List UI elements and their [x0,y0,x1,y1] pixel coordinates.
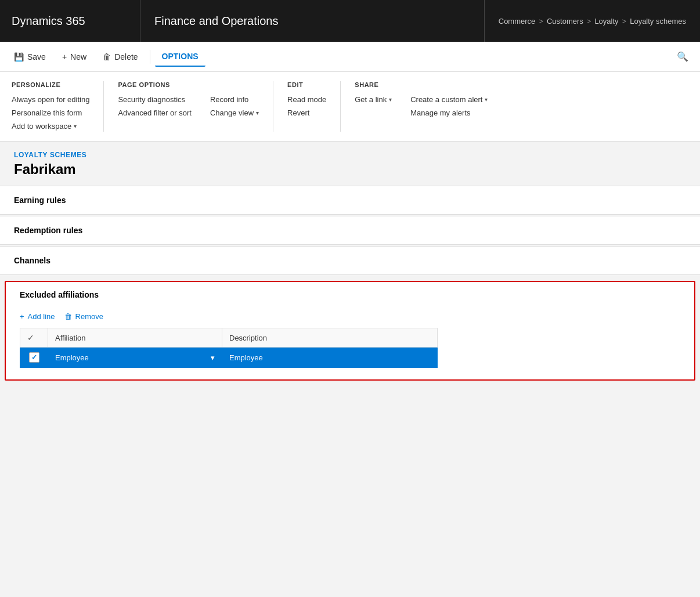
share-group: SHARE Get a link ▾ Create a custom alert… [355,81,501,132]
table-head: ✓ Affiliation Description [20,328,438,348]
earning-rules-header[interactable]: Earning rules [0,186,700,214]
table-row[interactable]: ✓ Employee ▾ Employee [20,348,438,368]
page-options-group: PAGE OPTIONS Security diagnostics Advanc… [118,81,273,132]
save-label: Save [27,52,46,61]
create-alert-chevron-icon: ▾ [485,96,488,103]
excluded-affiliations-body: + Add line 🗑 Remove ✓ [6,307,694,379]
get-link-chevron-icon: ▾ [389,96,392,103]
table-body: ✓ Employee ▾ Employee [20,348,438,368]
add-to-workspace[interactable]: Add to workspace ▾ [12,121,89,132]
new-button[interactable]: + New [55,48,93,66]
record-info[interactable]: Record info [210,94,259,105]
description-cell: Employee [222,348,438,368]
change-view[interactable]: Change view ▾ [210,107,259,118]
channels-header[interactable]: Channels [0,247,700,274]
add-workspace-chevron-icon: ▾ [74,123,77,129]
security-diagnostics[interactable]: Security diagnostics [118,94,191,105]
redemption-rules-header[interactable]: Redemption rules [0,216,700,244]
excluded-affiliations-section: Excluded affiliations + Add line 🗑 Remov… [5,281,695,381]
redemption-rules-section: Redemption rules [0,216,700,245]
dynamics-logo[interactable]: Dynamics 365 [0,0,140,42]
share-col2: Create a custom alert ▾ Manage my alerts [410,94,488,118]
affiliations-table: ✓ Affiliation Description [20,328,438,368]
finance-label: Finance and Operations [154,15,278,28]
affiliation-column-header: Affiliation [48,328,222,348]
breadcrumb: Commerce > Customers > Loyalty > Loyalty… [485,0,700,42]
delete-icon: 🗑 [103,52,111,61]
page-options-title: PAGE OPTIONS [118,81,259,88]
search-icon: 🔍 [677,51,688,62]
create-custom-alert[interactable]: Create a custom alert ▾ [410,94,488,105]
excluded-toolbar: + Add line 🗑 Remove [20,307,680,328]
remove-button[interactable]: 🗑 Remove [64,312,103,321]
remove-icon: 🗑 [64,312,72,321]
check-all-icon[interactable]: ✓ [27,333,34,342]
breadcrumb-loyalty-schemes[interactable]: Loyalty schemes [630,17,686,26]
excluded-wrapper: Excluded affiliations + Add line 🗑 Remov… [0,276,700,386]
personalize-items: Always open for editing Personalize this… [12,94,89,132]
top-header: Dynamics 365 Finance and Operations Comm… [0,0,700,42]
revert[interactable]: Revert [287,107,326,118]
channels-section: Channels [0,246,700,275]
breadcrumb-customers[interactable]: Customers [547,17,583,26]
share-col1: Get a link ▾ [355,94,392,118]
breadcrumb-loyalty[interactable]: Loyalty [594,17,618,26]
personalize-title: PERSONALIZE [12,81,89,88]
affiliation-dropdown-icon: ▾ [211,353,215,362]
excluded-affiliations-header: Excluded affiliations [6,282,694,307]
breadcrumb-sep-1: > [539,17,543,26]
save-icon: 💾 [14,52,24,61]
check-column-header: ✓ [20,328,48,348]
breadcrumb-sep-3: > [622,17,627,26]
edit-title: EDIT [287,81,326,88]
page-title: Fabrikam [14,161,686,178]
remove-label: Remove [75,312,103,321]
share-title: SHARE [355,81,488,88]
row-checkbox-cell[interactable]: ✓ [20,348,48,368]
new-label: New [70,52,86,61]
options-button[interactable]: OPTIONS [155,47,205,67]
edit-group: EDIT Read mode Revert [287,81,341,132]
page-content: LOYALTY SCHEMES Fabrikam Earning rules R… [0,142,700,386]
get-a-link[interactable]: Get a link ▾ [355,94,392,105]
options-label: OPTIONS [162,52,199,61]
toolbar-separator [150,50,150,64]
breadcrumb-commerce[interactable]: Commerce [499,17,536,26]
table-header-row: ✓ Affiliation Description [20,328,438,348]
save-button[interactable]: 💾 Save [7,48,53,66]
change-view-chevron-icon: ▾ [256,110,259,116]
add-line-button[interactable]: + Add line [20,312,55,321]
earning-rules-section: Earning rules [0,186,700,215]
manage-my-alerts[interactable]: Manage my alerts [410,107,488,118]
add-line-label: Add line [28,312,55,321]
page-options-cols: Security diagnostics Advanced filter or … [118,94,259,118]
add-line-icon: + [20,312,24,321]
row-checkbox-checked-icon: ✓ [29,352,39,363]
description-column-header: Description [222,328,438,348]
personalize-form[interactable]: Personalize this form [12,107,89,118]
page-options-col1: Security diagnostics Advanced filter or … [118,94,191,118]
edit-items: Read mode Revert [287,94,326,118]
affiliation-dropdown[interactable]: Employee ▾ [55,353,215,362]
read-mode[interactable]: Read mode [287,94,326,105]
advanced-filter-sort[interactable]: Advanced filter or sort [118,107,191,118]
breadcrumb-sep-2: > [587,17,591,26]
delete-label: Delete [114,52,138,61]
personalize-group: PERSONALIZE Always open for editing Pers… [12,81,104,132]
affiliation-cell: Employee ▾ [48,348,222,368]
options-panel: PERSONALIZE Always open for editing Pers… [0,72,700,142]
page-options-col2: Record info Change view ▾ [210,94,259,118]
share-cols: Get a link ▾ Create a custom alert ▾ Man… [355,94,488,118]
dynamics-label: Dynamics 365 [12,15,85,28]
new-icon: + [62,52,67,61]
delete-button[interactable]: 🗑 Delete [96,48,145,66]
toolbar: 💾 Save + New 🗑 Delete OPTIONS 🔍 [0,42,700,72]
page-header: LOYALTY SCHEMES Fabrikam [0,142,700,184]
search-button[interactable]: 🔍 [672,46,693,67]
finance-label-area: Finance and Operations [140,0,485,42]
always-open-editing[interactable]: Always open for editing [12,94,89,105]
loyalty-schemes-label: LOYALTY SCHEMES [14,151,686,159]
